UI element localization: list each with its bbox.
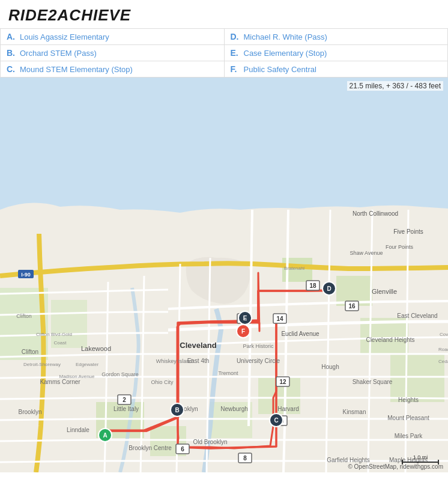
map-stats: 21.5 miles, + 363 / - 483 feet xyxy=(347,81,443,91)
svg-text:12: 12 xyxy=(279,379,286,385)
header: RIDE2ACHIEVE xyxy=(0,0,448,28)
svg-text:16: 16 xyxy=(348,303,356,309)
svg-text:Lakewood: Lakewood xyxy=(81,345,111,352)
waypoint-c-name: Mound STEM Elementary (Stop) xyxy=(20,65,133,74)
map-copyright: © OpenStreetMap, ridewithgps.com xyxy=(348,463,443,470)
svg-text:E: E xyxy=(243,315,247,322)
svg-text:1.0 mi: 1.0 mi xyxy=(413,454,428,460)
app-container: RIDE2ACHIEVE A. Louis Agassiz Elementary… xyxy=(0,0,448,472)
svg-text:8: 8 xyxy=(243,455,247,462)
waypoint-b-name: Orchard STEM (Pass) xyxy=(20,49,97,58)
svg-text:Clifton: Clifton xyxy=(16,313,32,319)
waypoint-d-name: Michael R. White (Pass) xyxy=(244,32,327,41)
waypoint-d-letter: D. xyxy=(231,32,244,41)
svg-text:6: 6 xyxy=(181,446,184,453)
waypoint-b: B. Orchard STEM (Pass) xyxy=(1,45,225,61)
svg-text:Brooklyn: Brooklyn xyxy=(19,409,42,415)
svg-text:Four Points: Four Points xyxy=(386,244,414,250)
svg-text:Coventry: Coventry xyxy=(440,332,448,337)
svg-text:C: C xyxy=(274,417,278,424)
svg-text:Harvard: Harvard xyxy=(277,406,299,412)
map-svg: Cleveland Lakewood Clifton Glenville Eas… xyxy=(0,78,448,472)
svg-text:Old Brooklyn: Old Brooklyn xyxy=(193,439,227,445)
svg-text:Shaw Avenue: Shaw Avenue xyxy=(350,250,383,256)
svg-text:Miles Park: Miles Park xyxy=(395,433,423,439)
svg-text:Garfield Heights: Garfield Heights xyxy=(327,457,370,463)
svg-text:2: 2 xyxy=(123,397,126,403)
svg-text:D: D xyxy=(327,285,331,292)
svg-text:Kinsman: Kinsman xyxy=(343,409,366,415)
svg-text:I-90: I-90 xyxy=(21,272,31,278)
svg-text:Cedar Road: Cedar Road xyxy=(438,359,448,364)
waypoint-f: F. Public Safety Central xyxy=(225,61,449,78)
svg-text:Cleveland: Cleveland xyxy=(180,341,216,350)
waypoint-f-name: Public Safety Central xyxy=(244,65,316,74)
waypoint-d: D. Michael R. White (Pass) xyxy=(225,29,449,45)
svg-text:B: B xyxy=(175,407,179,413)
svg-text:Little Italy: Little Italy xyxy=(114,406,139,412)
svg-text:Coast: Coast xyxy=(54,340,67,346)
waypoint-f-letter: F. xyxy=(231,64,244,74)
waypoint-c-letter: C. xyxy=(7,64,20,74)
waypoint-e-name: Case Elementary (Stop) xyxy=(244,49,327,58)
svg-text:East Cleveland: East Cleveland xyxy=(397,312,437,319)
waypoint-e: E. Case Elementary (Stop) xyxy=(225,45,449,61)
svg-text:University Circle: University Circle xyxy=(237,358,280,364)
svg-text:Gordon Square: Gordon Square xyxy=(101,371,139,377)
svg-text:Linndale: Linndale xyxy=(67,427,89,433)
svg-text:Euclid Avenue: Euclid Avenue xyxy=(281,331,319,337)
svg-text:Clifton: Clifton xyxy=(22,349,38,355)
waypoint-c: C. Mound STEM Elementary (Stop) xyxy=(1,61,225,78)
svg-text:14: 14 xyxy=(276,316,283,322)
svg-text:North Collinwood: North Collinwood xyxy=(353,210,398,217)
map-container[interactable]: Cleveland Lakewood Clifton Glenville Eas… xyxy=(0,78,448,472)
svg-text:Hough: Hough xyxy=(321,364,339,370)
svg-text:18: 18 xyxy=(309,282,316,289)
svg-text:Edgewater: Edgewater xyxy=(76,362,99,367)
svg-text:Madison Avenue: Madison Avenue xyxy=(59,374,95,379)
app-title: RIDE2ACHIEVE xyxy=(8,6,440,25)
svg-text:Tremont: Tremont xyxy=(218,370,238,376)
waypoints-grid: A. Louis Agassiz Elementary D. Michael R… xyxy=(0,28,448,78)
svg-text:Glenville: Glenville xyxy=(372,288,397,295)
waypoint-b-letter: B. xyxy=(7,48,20,58)
svg-text:Detroit-Shoreway: Detroit-Shoreway xyxy=(23,362,61,367)
svg-text:F: F xyxy=(241,328,245,335)
svg-text:Road: Road xyxy=(438,347,448,352)
svg-text:Whiskey Island: Whiskey Island xyxy=(156,358,193,364)
svg-text:Brooklyn Centre: Brooklyn Centre xyxy=(129,445,172,451)
waypoint-a-letter: A. xyxy=(7,32,20,41)
svg-text:Newburgh: Newburgh xyxy=(220,406,248,412)
waypoint-e-letter: E. xyxy=(231,48,244,58)
svg-text:Mount Pleasant: Mount Pleasant xyxy=(387,415,429,421)
svg-text:Clifton Blvd-Gold: Clifton Blvd-Gold xyxy=(36,332,72,337)
svg-text:Cleveland Heights: Cleveland Heights xyxy=(366,337,414,343)
svg-text:Heights: Heights xyxy=(398,397,419,403)
svg-text:Bratenahl: Bratenahl xyxy=(284,266,304,271)
svg-text:Shaker Square: Shaker Square xyxy=(353,379,393,385)
svg-text:Ohio City: Ohio City xyxy=(151,379,174,385)
waypoint-a: A. Louis Agassiz Elementary xyxy=(1,29,225,45)
svg-text:A: A xyxy=(103,432,107,439)
waypoint-a-name: Louis Agassiz Elementary xyxy=(20,32,109,41)
svg-text:Kamms Corner: Kamms Corner xyxy=(40,379,80,385)
svg-text:Five Points: Five Points xyxy=(393,228,423,235)
svg-rect-6 xyxy=(390,354,444,402)
svg-text:Park Historic: Park Historic xyxy=(243,343,274,349)
